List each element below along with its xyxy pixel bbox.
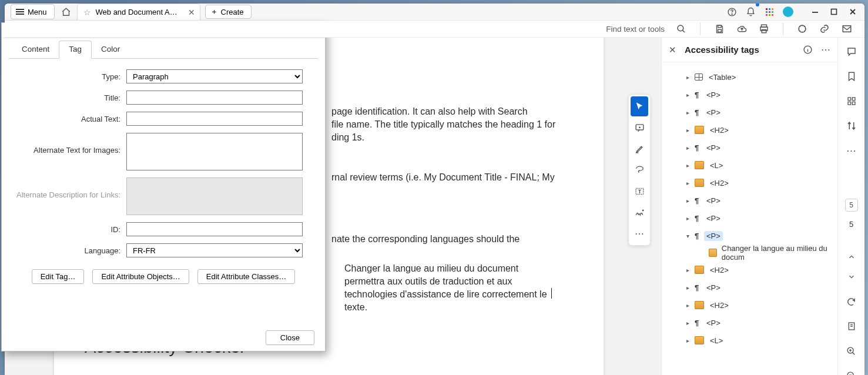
chevron-right-icon[interactable]: ▸ bbox=[684, 284, 691, 291]
language-select[interactable]: FR-FR bbox=[126, 243, 303, 257]
window-maximize-icon[interactable] bbox=[826, 4, 842, 20]
select-tool-icon[interactable] bbox=[631, 96, 648, 116]
chevron-right-icon[interactable]: ▸ bbox=[684, 162, 691, 169]
bookmark-panel-icon[interactable] bbox=[843, 68, 860, 85]
tag-node[interactable]: ▸<H2> bbox=[668, 261, 834, 279]
panel-info-icon[interactable] bbox=[803, 45, 813, 55]
chevron-right-icon[interactable]: ▸ bbox=[684, 197, 691, 204]
tag-node[interactable]: ▸<Table> bbox=[668, 68, 834, 86]
more-tools-icon[interactable]: ⋯ bbox=[631, 223, 648, 243]
document-tab[interactable]: ☆ Web and Document Acc… ✕ bbox=[77, 4, 200, 20]
window-close-icon[interactable] bbox=[844, 4, 861, 20]
chevron-right-icon[interactable]: ▸ bbox=[684, 215, 691, 222]
paragraph-icon: ¶ bbox=[695, 319, 701, 327]
tag-node[interactable]: ▾¶<P> bbox=[668, 227, 834, 245]
tag-node[interactable]: ▸<H2> bbox=[668, 296, 834, 314]
alt-text-input[interactable] bbox=[126, 133, 303, 170]
comment-tool-icon[interactable] bbox=[631, 118, 648, 138]
print-icon[interactable] bbox=[756, 21, 772, 37]
content-box-icon bbox=[709, 249, 717, 257]
notifications-icon[interactable] bbox=[742, 4, 759, 20]
page-display-icon[interactable] bbox=[843, 318, 860, 334]
tab-tag[interactable]: Tag bbox=[59, 41, 92, 59]
sign-tool-icon[interactable] bbox=[631, 202, 648, 222]
chevron-right-icon[interactable]: ▸ bbox=[684, 337, 691, 344]
save-icon[interactable] bbox=[711, 21, 728, 37]
tag-label: <P> bbox=[704, 143, 723, 153]
body-text: ding 1s. bbox=[331, 131, 364, 144]
tag-node[interactable]: ▸¶<P> bbox=[668, 103, 834, 121]
chevron-right-icon[interactable]: ▸ bbox=[684, 180, 691, 186]
page-up-icon[interactable] bbox=[843, 249, 860, 265]
tag-node[interactable]: ▸¶<P> bbox=[668, 279, 834, 296]
menu-button[interactable]: Menu bbox=[11, 4, 55, 19]
panel-title: Accessibility tags bbox=[685, 45, 795, 55]
mail-icon[interactable] bbox=[839, 21, 855, 37]
create-button[interactable]: ＋Create bbox=[205, 5, 252, 19]
paragraph-icon: ¶ bbox=[695, 214, 701, 223]
chevron-down-icon[interactable]: ▾ bbox=[684, 233, 691, 239]
chevron-right-icon[interactable]: ▸ bbox=[684, 92, 691, 98]
panel-more-icon[interactable]: ⋯ bbox=[821, 44, 830, 55]
chat-panel-icon[interactable] bbox=[843, 43, 860, 60]
ai-assist-icon[interactable] bbox=[794, 21, 810, 37]
svg-rect-2 bbox=[812, 12, 818, 13]
title-input[interactable] bbox=[126, 91, 303, 105]
zoom-in-icon[interactable] bbox=[843, 343, 860, 359]
tag-node[interactable]: ▸¶<P> bbox=[668, 139, 834, 156]
thumbnails-panel-icon[interactable] bbox=[843, 93, 860, 109]
chevron-right-icon[interactable]: ▸ bbox=[684, 109, 691, 116]
tag-node[interactable]: ▸¶<P> bbox=[668, 209, 834, 227]
tag-child-node[interactable]: Changer la langue au milieu du docum bbox=[686, 245, 834, 261]
close-button[interactable]: Close bbox=[266, 330, 314, 345]
id-input[interactable] bbox=[126, 222, 303, 236]
tab-close-icon[interactable]: ✕ bbox=[188, 8, 195, 17]
chevron-right-icon[interactable]: ▸ bbox=[684, 302, 691, 309]
page-down-icon[interactable] bbox=[843, 269, 860, 285]
zoom-out-icon[interactable] bbox=[843, 367, 860, 375]
edit-tag-button[interactable]: Edit Tag… bbox=[32, 269, 85, 284]
chevron-right-icon[interactable]: ▸ bbox=[684, 320, 691, 326]
text-caret bbox=[551, 288, 552, 299]
window-minimize-icon[interactable] bbox=[807, 4, 823, 20]
table-icon bbox=[695, 73, 703, 81]
right-rail: ⋯ 5 5 bbox=[837, 38, 864, 375]
link-icon[interactable] bbox=[816, 21, 833, 37]
cloud-upload-icon[interactable] bbox=[733, 21, 750, 37]
chevron-right-icon[interactable]: ▸ bbox=[684, 267, 691, 273]
star-icon[interactable]: ☆ bbox=[83, 8, 91, 17]
rotate-icon[interactable] bbox=[843, 293, 860, 310]
tag-node[interactable]: ▸<H2> bbox=[668, 121, 834, 139]
textbox-tool-icon[interactable] bbox=[631, 181, 648, 201]
tag-node[interactable]: ▸¶<P> bbox=[668, 192, 834, 209]
find-label[interactable]: Find text or tools bbox=[606, 25, 665, 34]
chevron-right-icon[interactable]: ▸ bbox=[684, 127, 691, 133]
actual-text-input[interactable] bbox=[126, 112, 303, 126]
page-badge[interactable]: 5 bbox=[845, 199, 858, 212]
tag-label: <L> bbox=[708, 336, 725, 346]
highlight-tool-icon[interactable] bbox=[631, 139, 648, 159]
chevron-right-icon[interactable]: ▸ bbox=[684, 74, 691, 81]
tag-node[interactable]: ▸¶<P> bbox=[668, 86, 834, 103]
apps-icon[interactable] bbox=[761, 4, 777, 20]
panel-close-icon[interactable]: ✕ bbox=[669, 45, 676, 55]
more-panels-icon[interactable]: ⋯ bbox=[843, 142, 860, 159]
tags-tree[interactable]: ▸<Table>▸¶<P>▸¶<P>▸<H2>▸¶<P>▸<L>▸<H2>▸¶<… bbox=[662, 62, 837, 375]
tab-content[interactable]: Content bbox=[12, 41, 59, 58]
tag-node[interactable]: ▸<L> bbox=[668, 156, 834, 174]
chevron-right-icon[interactable]: ▸ bbox=[684, 145, 691, 151]
tag-node[interactable]: ▸<L> bbox=[668, 332, 834, 349]
create-label: Create bbox=[221, 8, 244, 16]
profile-avatar[interactable] bbox=[780, 4, 796, 20]
edit-attribute-objects-button[interactable]: Edit Attribute Objects… bbox=[92, 269, 189, 284]
lasso-tool-icon[interactable] bbox=[631, 160, 648, 180]
compare-panel-icon[interactable] bbox=[843, 118, 860, 134]
help-icon[interactable] bbox=[723, 4, 740, 20]
search-icon[interactable] bbox=[673, 21, 689, 37]
type-select[interactable]: Paragraph bbox=[126, 69, 303, 83]
tag-node[interactable]: ▸<H2> bbox=[668, 174, 834, 192]
edit-attribute-classes-button[interactable]: Edit Attribute Classes… bbox=[197, 269, 296, 284]
tab-color[interactable]: Color bbox=[92, 41, 129, 58]
home-icon[interactable] bbox=[58, 4, 75, 20]
tag-node[interactable]: ▸¶<P> bbox=[668, 314, 834, 332]
